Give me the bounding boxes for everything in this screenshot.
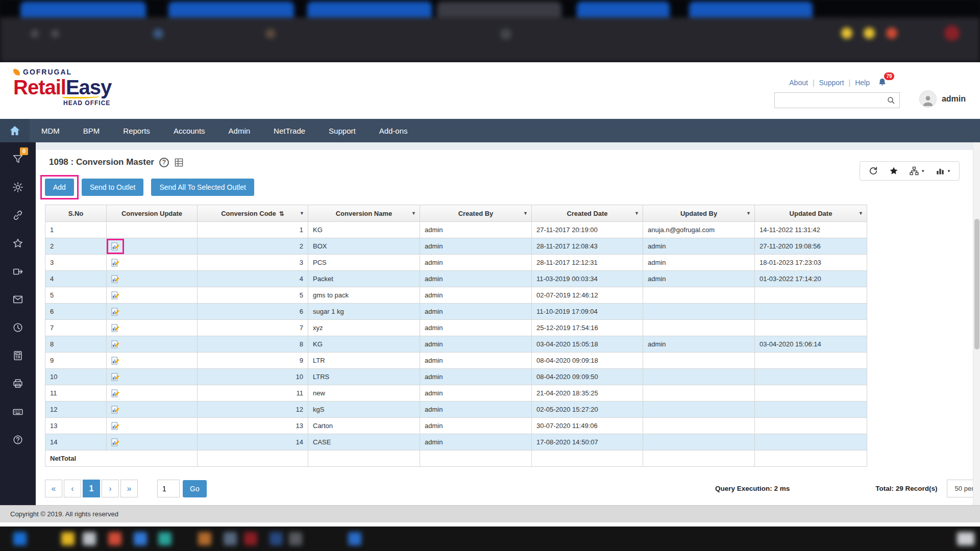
- update-edit-icon[interactable]: [111, 438, 119, 446]
- content-top-strip: [36, 142, 980, 150]
- conversion-update-cell: [107, 287, 198, 304]
- nav-item-add-ons[interactable]: Add-ons: [368, 119, 420, 142]
- help-icon[interactable]: [0, 432, 36, 447]
- page-1-button[interactable]: 1: [83, 480, 100, 497]
- cell-updated-date: [755, 287, 867, 304]
- conversion-update-cell: [107, 402, 198, 418]
- page-first-button[interactable]: «: [45, 480, 62, 497]
- conversion-update-cell: [107, 385, 198, 402]
- notification-bell-icon[interactable]: 79: [877, 78, 887, 87]
- column-header-updated-date[interactable]: Updated Date▼: [755, 205, 867, 222]
- column-header-updated-by[interactable]: Updated By▼: [643, 205, 755, 222]
- search-input[interactable]: [775, 93, 887, 108]
- conversion-update-cell: [107, 238, 198, 255]
- gear-icon[interactable]: [0, 180, 36, 195]
- username-label: admin: [942, 94, 966, 104]
- cell-name: BOX: [308, 238, 420, 255]
- chart-view-icon[interactable]: ▼: [935, 166, 951, 176]
- cell-updated-date: 18-01-2023 17:23:03: [755, 255, 867, 271]
- product-name: RetailEasy: [13, 77, 111, 98]
- column-header-conversion-name[interactable]: Conversion Name▼: [308, 205, 420, 222]
- column-menu-icon[interactable]: ▼: [859, 211, 863, 216]
- hierarchy-view-icon[interactable]: ▼: [909, 166, 925, 176]
- update-edit-icon[interactable]: [111, 422, 119, 430]
- cell-sno: 7: [45, 320, 107, 336]
- update-edit-icon[interactable]: [111, 242, 119, 251]
- update-edit-icon[interactable]: [111, 389, 119, 397]
- update-edit-icon[interactable]: [111, 406, 119, 414]
- about-link[interactable]: About: [789, 79, 808, 87]
- column-header-created-by[interactable]: Created By▼: [420, 205, 532, 222]
- keyboard-icon[interactable]: [0, 404, 36, 419]
- cell-created-by: admin: [420, 255, 532, 271]
- update-edit-icon[interactable]: [111, 324, 119, 332]
- update-edit-icon[interactable]: [111, 291, 119, 299]
- nav-item-accounts[interactable]: Accounts: [162, 119, 217, 142]
- column-menu-icon[interactable]: ▼: [411, 211, 416, 216]
- nav-item-admin[interactable]: Admin: [217, 119, 262, 142]
- support-link[interactable]: Support: [819, 79, 844, 87]
- nav-item-bpm[interactable]: BPM: [71, 119, 112, 142]
- help-link[interactable]: Help: [855, 79, 870, 87]
- send-all-to-selected-outlet-button[interactable]: Send All To Selected Outlet: [151, 179, 254, 196]
- sort-icon[interactable]: ⇅: [279, 210, 284, 217]
- page-prev-button[interactable]: ‹: [64, 480, 81, 497]
- page-number-input[interactable]: [157, 480, 180, 497]
- search-icon[interactable]: [887, 96, 899, 105]
- page-last-button[interactable]: »: [120, 480, 138, 497]
- nav-item-reports[interactable]: Reports: [111, 119, 162, 142]
- grid-icon[interactable]: [174, 158, 184, 167]
- scrollbar-thumb[interactable]: [974, 219, 979, 349]
- calculator-icon[interactable]: [0, 348, 36, 363]
- vertical-scrollbar[interactable]: [973, 142, 980, 505]
- update-edit-icon[interactable]: [111, 275, 119, 283]
- update-edit-icon[interactable]: [111, 259, 119, 267]
- cell-created-date: 21-04-2020 18:35:25: [532, 385, 643, 402]
- favorite-star-icon[interactable]: [889, 166, 899, 176]
- column-menu-icon[interactable]: ▼: [634, 211, 639, 216]
- home-icon[interactable]: [0, 119, 30, 142]
- column-menu-icon[interactable]: ▼: [523, 211, 528, 216]
- link-icon[interactable]: [0, 208, 36, 223]
- cell-sno: 4: [45, 271, 107, 287]
- filter-icon[interactable]: 0: [0, 152, 36, 167]
- clock-icon[interactable]: [0, 320, 36, 335]
- column-menu-icon[interactable]: ▼: [746, 211, 751, 216]
- cell-name: gms to pack: [308, 287, 420, 304]
- add-button[interactable]: Add: [45, 179, 74, 196]
- cell-updated-by: [643, 385, 755, 402]
- update-edit-icon[interactable]: [111, 340, 119, 348]
- cell-updated-date: [755, 418, 867, 434]
- nav-item-nettrade[interactable]: NetTrade: [262, 119, 317, 142]
- printer-icon[interactable]: [0, 376, 36, 391]
- update-edit-icon[interactable]: [111, 373, 119, 381]
- cell-name: new: [308, 385, 420, 402]
- column-menu-icon[interactable]: ▼: [300, 211, 304, 216]
- nav-item-mdm[interactable]: MDM: [30, 119, 71, 142]
- help-circle-icon[interactable]: ?: [159, 158, 169, 167]
- column-header-conversion-update: Conversion Update: [107, 205, 198, 222]
- conversion-update-cell: [107, 353, 198, 369]
- nav-item-support[interactable]: Support: [317, 119, 368, 142]
- cell-created-by: admin: [420, 353, 532, 369]
- column-header-created-date[interactable]: Created Date▼: [532, 205, 643, 222]
- table-row: 11KGadmin27-11-2017 20:19:00anuja.n@gofr…: [45, 222, 867, 238]
- user-menu[interactable]: admin: [919, 90, 966, 108]
- conversion-update-cell: [107, 369, 198, 385]
- refresh-icon[interactable]: [868, 166, 878, 176]
- cell-code: 1: [198, 222, 308, 238]
- column-header-conversion-code[interactable]: Conversion Code⇅▼: [198, 205, 308, 222]
- send-to-outlet-button[interactable]: Send to Outlet: [82, 179, 144, 196]
- update-edit-icon[interactable]: [111, 357, 119, 365]
- cell-name: KG: [308, 336, 420, 353]
- star-icon[interactable]: [0, 236, 36, 251]
- send-icon[interactable]: [0, 264, 36, 279]
- update-edit-icon[interactable]: [111, 308, 119, 316]
- cell-updated-date: [755, 369, 867, 385]
- mail-icon[interactable]: [0, 292, 36, 307]
- go-button[interactable]: Go: [183, 480, 207, 497]
- table-header-row: S.NoConversion UpdateConversion Code⇅▼Co…: [45, 205, 867, 222]
- cell-sno: 12: [45, 402, 107, 418]
- page-next-button[interactable]: ›: [102, 480, 119, 497]
- cell-updated-date: 03-04-2020 15:06:14: [755, 336, 867, 353]
